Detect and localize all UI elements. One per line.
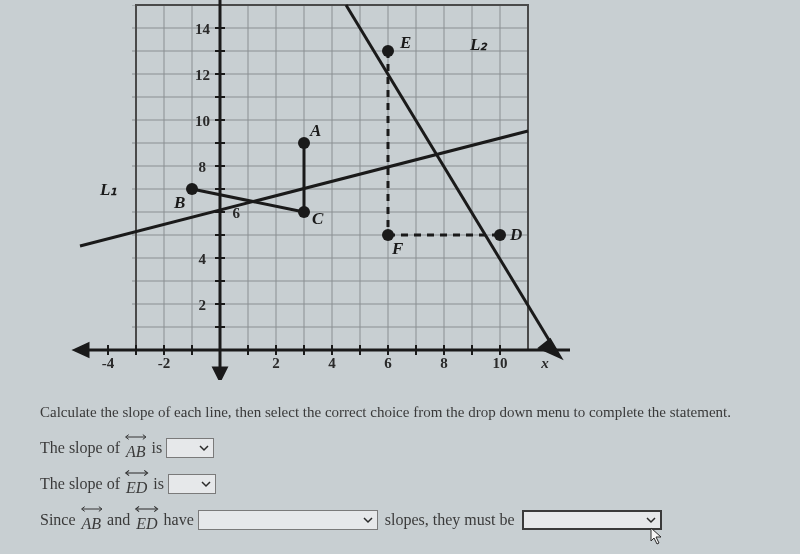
svg-point-89 <box>298 206 310 218</box>
svg-text:C: C <box>312 209 324 228</box>
slope-ed-row: The slope of ED is <box>40 471 780 497</box>
svg-text:14: 14 <box>195 21 211 37</box>
slope-ab-row: The slope of AB is <box>40 435 780 461</box>
svg-text:10: 10 <box>493 355 508 371</box>
coordinate-graph: -4 -2 2 4 6 8 10 x 2 4 6 8 10 12 14 <box>70 0 580 380</box>
svg-text:2: 2 <box>199 297 207 313</box>
chevron-down-icon <box>201 479 211 489</box>
question-block: Calculate the slope of each line, then s… <box>40 404 780 543</box>
svg-text:-4: -4 <box>102 355 115 371</box>
svg-text:8: 8 <box>199 159 207 175</box>
chevron-down-icon <box>199 443 209 453</box>
row2-suffix: is <box>153 475 164 493</box>
svg-text:2: 2 <box>272 355 280 371</box>
svg-text:6: 6 <box>384 355 392 371</box>
svg-point-88 <box>186 183 198 195</box>
instruction-text: Calculate the slope of each line, then s… <box>40 404 780 421</box>
line-ed-symbol: ED <box>126 471 147 497</box>
line-ab-symbol-2: AB <box>82 507 102 533</box>
svg-line-81 <box>346 5 555 350</box>
line-ed-symbol-2: ED <box>136 507 157 533</box>
svg-text:E: E <box>399 33 411 52</box>
double-arrow-icon <box>124 432 148 442</box>
svg-text:F: F <box>391 239 404 258</box>
slope-ab-dropdown[interactable] <box>166 438 214 458</box>
svg-text:L₂: L₂ <box>469 35 488 54</box>
double-arrow-icon <box>124 468 149 478</box>
row2-prefix: The slope of <box>40 475 120 493</box>
line-ab-symbol: AB <box>126 435 146 461</box>
lines-relation-dropdown[interactable] <box>522 510 662 530</box>
svg-text:10: 10 <box>195 113 210 129</box>
slopes-relation-dropdown[interactable] <box>198 510 378 530</box>
svg-text:B: B <box>173 193 185 212</box>
row3-and: and <box>107 511 130 529</box>
svg-point-87 <box>298 137 310 149</box>
row3-prefix: Since <box>40 511 76 529</box>
svg-marker-36 <box>214 368 226 380</box>
svg-text:12: 12 <box>195 67 210 83</box>
double-arrow-icon <box>134 504 159 514</box>
chevron-down-icon <box>363 515 373 525</box>
svg-text:x: x <box>540 355 549 371</box>
row1-prefix: The slope of <box>40 439 120 457</box>
svg-text:4: 4 <box>328 355 336 371</box>
svg-text:4: 4 <box>199 251 207 267</box>
row3-mid: slopes, they must be <box>385 511 515 529</box>
svg-text:D: D <box>509 225 522 244</box>
row1-suffix: is <box>152 439 163 457</box>
svg-text:A: A <box>309 121 321 140</box>
conclusion-row: Since AB and ED have slopes, they must b… <box>40 507 780 533</box>
double-arrow-icon <box>80 504 104 514</box>
svg-text:8: 8 <box>440 355 448 371</box>
chevron-down-icon <box>646 515 656 525</box>
svg-point-90 <box>382 45 394 57</box>
svg-text:-2: -2 <box>158 355 171 371</box>
row3-have: have <box>164 511 194 529</box>
svg-text:L₁: L₁ <box>99 180 117 199</box>
slope-ed-dropdown[interactable] <box>168 474 216 494</box>
svg-point-92 <box>494 229 506 241</box>
svg-marker-34 <box>75 344 88 356</box>
